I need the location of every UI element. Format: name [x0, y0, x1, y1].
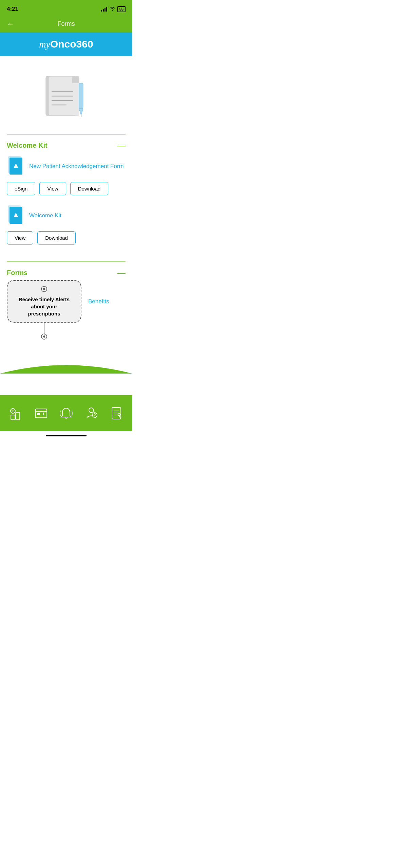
alerts-icon — [58, 405, 74, 421]
status-icons: 55 — [101, 6, 126, 12]
welcome-kit-title: Welcome Kit — [7, 142, 47, 149]
svg-text:▲: ▲ — [12, 210, 20, 219]
welcome-kit-icon: ▲ — [7, 205, 24, 226]
welcome-kit-section: Welcome Kit — ▲ New Patient Acknowledgem… — [0, 134, 132, 261]
nav-prescriptions[interactable] — [8, 405, 24, 421]
svg-rect-2 — [72, 76, 79, 83]
home-pill — [46, 435, 87, 436]
back-button[interactable]: ← — [7, 20, 14, 29]
svg-rect-7 — [79, 83, 83, 109]
svg-point-17 — [43, 288, 45, 290]
view-button-2[interactable]: View — [7, 231, 33, 245]
logo: my Onco360 — [39, 38, 93, 50]
view-button-1[interactable]: View — [39, 182, 66, 195]
svg-rect-25 — [35, 409, 47, 418]
acknowledgement-form-buttons: eSign View Download — [7, 182, 126, 195]
forms-benefit-row: Receive timely Alerts about your prescri… — [0, 280, 132, 329]
page-title: Forms — [58, 20, 75, 28]
prescriptions-icon — [8, 405, 24, 421]
esign-button[interactable]: eSign — [7, 182, 35, 195]
tooltip-target-icon — [14, 286, 74, 294]
forms-section-title: Forms — [7, 269, 27, 277]
bottom-nav-container: 1 ? — [0, 357, 132, 431]
nav-curve-icon — [0, 357, 132, 374]
support-icon: ? — [83, 405, 99, 421]
svg-text:▲: ▲ — [12, 161, 20, 169]
acknowledgement-form-icon: ▲ — [7, 156, 24, 177]
form-item-welcome-kit: ▲ Welcome Kit — [7, 205, 126, 226]
svg-rect-32 — [112, 408, 121, 419]
svg-marker-8 — [79, 109, 83, 115]
acknowledgement-form-title: New Patient Acknowledgement Form — [29, 163, 126, 170]
logo-my: my — [39, 39, 50, 50]
download-button-1[interactable]: Download — [70, 182, 109, 195]
forms-nav-icon — [109, 405, 124, 421]
svg-rect-27 — [37, 413, 40, 415]
welcome-kit-buttons: View Download — [7, 231, 126, 245]
svg-text:1: 1 — [42, 412, 44, 416]
download-button-2[interactable]: Download — [37, 231, 76, 245]
wifi-icon — [109, 6, 115, 12]
battery-icon: 55 — [117, 6, 126, 12]
svg-text:?: ? — [93, 413, 96, 417]
svg-rect-21 — [16, 412, 20, 420]
welcome-kit-item-title: Welcome Kit — [29, 212, 126, 219]
svg-point-19 — [43, 336, 45, 338]
bottom-nav: 1 ? — [0, 395, 132, 431]
hero-illustration — [0, 56, 132, 134]
nav-icons-row: 1 ? — [0, 402, 132, 421]
forms-collapse-button[interactable]: — — [117, 269, 126, 277]
signal-bars-icon — [101, 7, 107, 12]
home-indicator — [0, 431, 132, 440]
billing-icon: 1 — [33, 405, 49, 421]
tooltip-text: Receive timely Alerts about your prescri… — [14, 296, 74, 317]
logo-banner: my Onco360 — [0, 32, 132, 56]
logo-brand: Onco360 — [50, 38, 93, 50]
nav-billing[interactable]: 1 — [33, 405, 49, 421]
svg-rect-20 — [11, 415, 15, 420]
tooltip-bottom-target-icon — [41, 333, 47, 340]
status-bar: 4:21 55 — [0, 0, 132, 17]
welcome-kit-header: Welcome Kit — — [7, 141, 126, 149]
nav-alerts[interactable] — [58, 405, 74, 421]
forms-illustration-icon — [39, 70, 93, 124]
forms-section-header: Forms — — [0, 262, 132, 280]
form-item-acknowledgement: ▲ New Patient Acknowledgement Form — [7, 156, 126, 177]
nav-support[interactable]: ? — [83, 405, 99, 421]
status-time: 4:21 — [7, 6, 18, 13]
tooltip-bubble: Receive timely Alerts about your prescri… — [7, 280, 81, 323]
nav-bar: ← Forms — [0, 17, 132, 32]
welcome-kit-collapse-button[interactable]: — — [117, 141, 126, 149]
tooltip-container: Receive timely Alerts about your prescri… — [7, 280, 81, 323]
benefit-item-text: Benefits — [88, 298, 109, 305]
svg-point-29 — [89, 408, 94, 413]
nav-forms[interactable] — [109, 405, 124, 421]
